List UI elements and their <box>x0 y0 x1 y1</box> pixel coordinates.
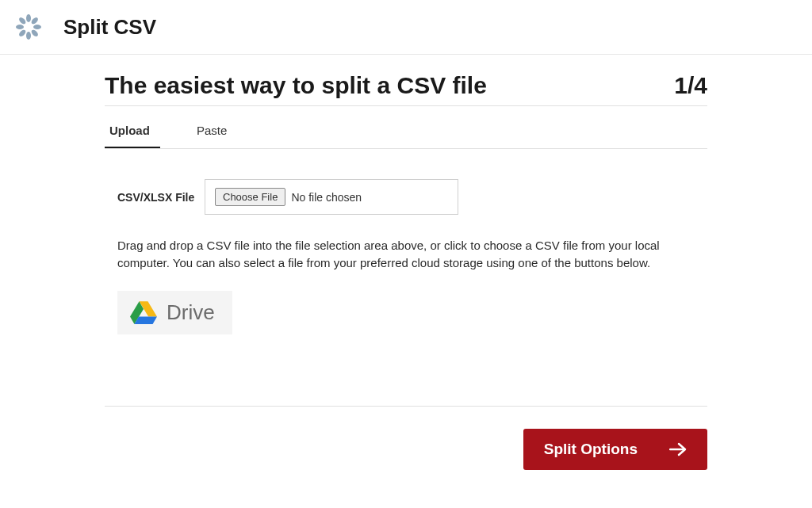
google-drive-button[interactable]: Drive <box>117 291 232 334</box>
footer-actions: Split Options <box>105 407 707 470</box>
arrow-right-icon <box>669 442 687 456</box>
form-area: CSV/XLSX File Choose File No file chosen… <box>105 149 707 350</box>
file-input[interactable]: Choose File No file chosen <box>205 179 458 215</box>
file-row: CSV/XLSX File Choose File No file chosen <box>117 179 695 215</box>
main-content: The easiest way to split a CSV file 1/4 … <box>105 55 707 470</box>
split-options-label: Split Options <box>544 441 638 458</box>
heading-row: The easiest way to split a CSV file 1/4 <box>105 72 707 106</box>
svg-point-5 <box>18 29 27 37</box>
instructions-text: Drag and drop a CSV file into the file s… <box>117 237 695 272</box>
step-counter: 1/4 <box>674 72 707 99</box>
svg-point-3 <box>30 29 39 37</box>
svg-point-2 <box>33 25 41 29</box>
tab-upload[interactable]: Upload <box>105 116 160 148</box>
app-header: Split CSV <box>0 0 812 55</box>
app-title: Split CSV <box>63 15 156 40</box>
svg-point-1 <box>30 17 39 25</box>
tab-paste[interactable]: Paste <box>192 116 247 148</box>
svg-point-7 <box>18 17 27 25</box>
file-label: CSV/XLSX File <box>117 191 205 204</box>
tabs: Upload Paste <box>105 116 707 149</box>
page-heading: The easiest way to split a CSV file <box>105 72 487 99</box>
svg-point-6 <box>16 25 24 29</box>
svg-point-4 <box>26 32 31 40</box>
split-options-button[interactable]: Split Options <box>523 429 707 470</box>
google-drive-label: Drive <box>167 300 215 325</box>
logo-icon <box>16 14 41 40</box>
svg-point-0 <box>26 14 31 22</box>
google-drive-icon <box>130 300 157 324</box>
cloud-storage-row: Drive <box>117 291 695 334</box>
file-status: No file chosen <box>291 191 362 204</box>
choose-file-button[interactable]: Choose File <box>215 188 285 206</box>
